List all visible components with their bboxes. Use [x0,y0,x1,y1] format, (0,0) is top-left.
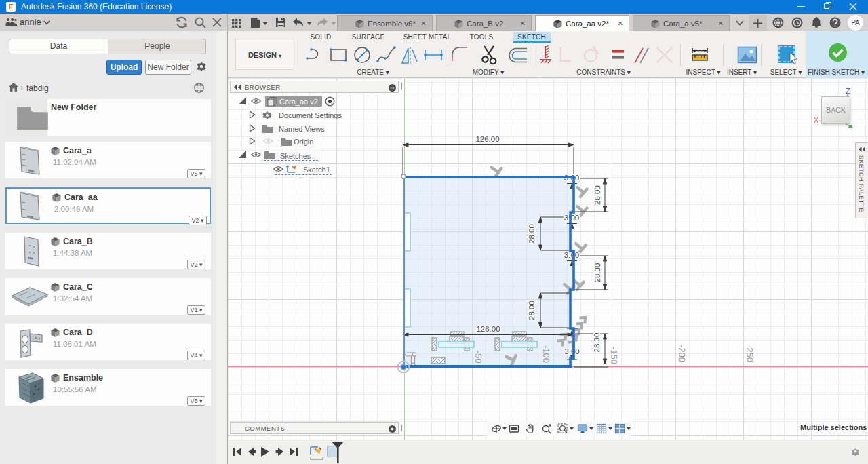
svg-text:3.00: 3.00 [564,214,579,222]
svg-text:-150: -150 [609,347,619,364]
svg-text:126.00: 126.00 [476,325,500,333]
svg-text:28.00: 28.00 [593,185,601,205]
svg-text:28.00: 28.00 [593,333,601,353]
svg-text:28.00: 28.00 [528,301,536,320]
svg-text:28.00: 28.00 [528,224,536,244]
svg-text:-100: -100 [541,345,551,363]
svg-text:-250: -250 [745,345,755,362]
svg-text:3.00: 3.00 [564,347,579,355]
svg-text:-50: -50 [473,351,484,364]
svg-text:28.00: 28.00 [593,263,601,283]
svg-text:-200: -200 [677,345,687,362]
svg-text:126.00: 126.00 [475,135,499,143]
